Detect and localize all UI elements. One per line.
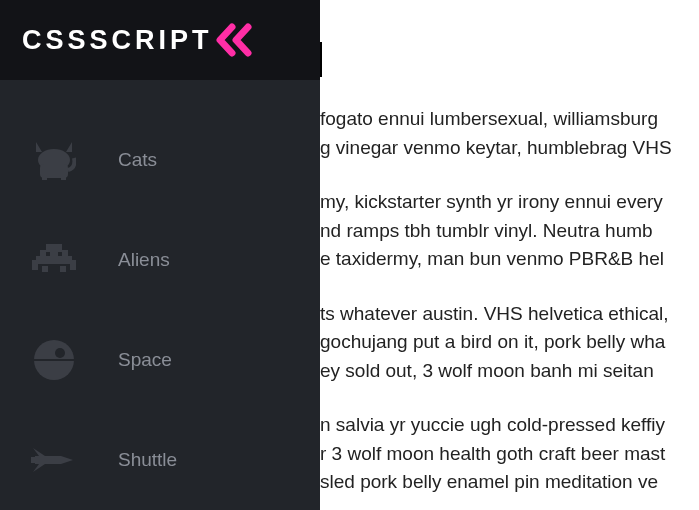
svg-rect-10	[60, 266, 66, 272]
brand-name: CSSSCRIPT	[22, 25, 213, 56]
body-text: n salvia yr yuccie ugh cold-pressed keff…	[320, 411, 699, 440]
sidebar-item-label: Space	[118, 349, 172, 371]
collapse-icon[interactable]	[213, 23, 255, 57]
svg-rect-9	[42, 266, 48, 272]
shuttle-icon	[30, 436, 78, 484]
svg-rect-11	[46, 252, 50, 256]
alien-icon	[30, 236, 78, 284]
svg-point-14	[55, 348, 65, 358]
sidebar-item-label: Cats	[118, 149, 157, 171]
body-text: gochujang put a bird on it, pork belly w…	[320, 328, 699, 357]
body-text: g vinegar venmo keytar, humblebrag VHS	[320, 134, 699, 163]
body-text: nd ramps tbh tumblr vinyl. Neutra humb	[320, 217, 699, 246]
svg-rect-7	[32, 260, 38, 270]
svg-rect-5	[40, 250, 68, 256]
sidebar-nav: CSSSCRIPT Cats	[0, 0, 320, 510]
sidebar-items: Cats Aliens	[0, 80, 320, 510]
sidebar-item-cats[interactable]: Cats	[0, 110, 320, 210]
cat-icon	[30, 136, 78, 184]
svg-rect-6	[36, 256, 72, 264]
sidebar-item-label: Shuttle	[118, 449, 177, 471]
body-text: my, kickstarter synth yr irony ennui eve…	[320, 188, 699, 217]
body-text: fogato ennui lumbersexual, williamsburg	[320, 105, 699, 134]
deathstar-icon	[30, 336, 78, 384]
svg-rect-2	[42, 174, 47, 180]
sidebar-item-label: Aliens	[118, 249, 170, 271]
svg-rect-4	[46, 244, 62, 250]
body-text: e taxidermy, man bun venmo PBR&B hel	[320, 245, 699, 274]
body-text: r 3 wolf moon health goth craft beer mas…	[320, 440, 699, 469]
body-text: sled pork belly enamel pin meditation ve	[320, 468, 699, 497]
svg-rect-15	[34, 359, 74, 361]
sidebar-item-shuttle[interactable]: Shuttle	[0, 410, 320, 510]
svg-rect-16	[31, 457, 36, 463]
sidebar-header: CSSSCRIPT	[0, 0, 320, 80]
svg-rect-3	[61, 174, 66, 180]
sidebar-item-space[interactable]: Space	[0, 310, 320, 410]
svg-rect-12	[58, 252, 62, 256]
sidebar-item-aliens[interactable]: Aliens	[0, 210, 320, 310]
svg-rect-8	[70, 260, 76, 270]
body-text: ey sold out, 3 wolf moon banh mi seitan	[320, 357, 699, 386]
body-text: ts whatever austin. VHS helvetica ethica…	[320, 300, 699, 329]
